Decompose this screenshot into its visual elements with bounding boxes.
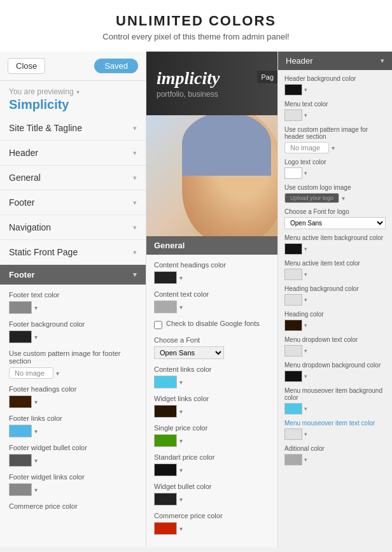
color-arrow-icon[interactable]: ▾ xyxy=(34,334,38,341)
footer-headings-color-option: Footer headings color ▾ xyxy=(9,385,137,408)
sidebar-item-header[interactable]: Header ▾ xyxy=(0,141,146,166)
google-fonts-option: Check to disable Google fonts xyxy=(154,320,270,330)
rp-arrow-icon[interactable]: ▾ xyxy=(304,246,307,252)
content-text-swatch[interactable] xyxy=(154,301,177,313)
footer-pattern-select[interactable]: No image xyxy=(9,367,53,379)
color-arrow-icon[interactable]: ▾ xyxy=(34,304,38,311)
rp-heading-color-swatch[interactable] xyxy=(284,320,302,331)
sidebar-item-footer[interactable]: Footer ▾ xyxy=(0,190,146,215)
rp-arrow-icon[interactable]: ▾ xyxy=(304,431,307,437)
sidebar-item-navigation[interactable]: Navigation ▾ xyxy=(0,215,146,240)
footer-panel-header[interactable]: Footer ▾ xyxy=(0,265,146,285)
rp-logo-text-swatch[interactable] xyxy=(284,167,302,179)
footer-panel-content: Footer text color ▾ Footer background co… xyxy=(0,285,146,523)
rp-menu-active-text-swatch[interactable] xyxy=(284,269,302,280)
sidebar-item-static-front-page[interactable]: Static Front Page ▾ xyxy=(0,240,146,265)
rp-arrow-icon[interactable]: ▾ xyxy=(304,271,307,278)
rp-arrow-icon[interactable]: ▾ xyxy=(304,297,307,303)
rp-header-pattern-select[interactable]: No image xyxy=(284,142,329,153)
rp-arrow-icon[interactable]: ▾ xyxy=(304,348,307,354)
footer-widget-links-color-swatch[interactable] xyxy=(9,483,32,496)
color-arrow-icon[interactable]: ▾ xyxy=(34,428,38,435)
close-button[interactable]: Close xyxy=(8,58,45,74)
preview-area: implicity portfolio, business Pag Genera… xyxy=(146,52,277,548)
standart-price-label: Standart price color xyxy=(154,453,270,461)
color-arrow-icon[interactable]: ▾ xyxy=(179,525,183,532)
rp-dropdown-text-swatch[interactable] xyxy=(284,345,302,357)
chevron-icon: ▾ xyxy=(133,149,137,157)
saved-button[interactable]: Saved xyxy=(94,59,138,73)
content-text-option: Content text color ▾ xyxy=(154,290,270,313)
google-fonts-label: Check to disable Google fonts xyxy=(166,320,260,327)
content-headings-swatch[interactable] xyxy=(154,271,177,284)
previewing-arrow: ▾ xyxy=(76,88,80,96)
rp-menu-active-bg-option: Menu active item background color ▾ xyxy=(284,234,386,255)
rp-mouseover-bg-swatch[interactable] xyxy=(284,403,302,414)
rp-font-logo-select[interactable]: Open Sans xyxy=(284,217,386,229)
right-panel-header[interactable]: Header ▾ xyxy=(278,52,392,70)
rp-arrow-icon[interactable]: ▾ xyxy=(304,322,307,329)
footer-text-color-swatch[interactable] xyxy=(9,301,32,314)
footer-text-color-label: Footer text color xyxy=(9,291,137,299)
footer-links-color-row: ▾ xyxy=(9,425,137,437)
rp-arrow-icon[interactable]: ▾ xyxy=(304,87,307,93)
color-arrow-icon[interactable]: ▾ xyxy=(179,304,183,311)
color-arrow-icon[interactable]: ▾ xyxy=(179,467,183,474)
sidebar-commerce-price-option: Commerce price color xyxy=(9,502,137,510)
rp-arrow-icon[interactable]: ▾ xyxy=(304,112,307,118)
widget-bullet-swatch[interactable] xyxy=(154,493,177,506)
rp-additional-color-swatch[interactable] xyxy=(284,454,302,465)
footer-panel: Footer ▾ Footer text color ▾ Footer back… xyxy=(0,265,146,523)
color-arrow-icon[interactable]: ▾ xyxy=(34,486,38,493)
sidebar-item-general[interactable]: General ▾ xyxy=(0,166,146,190)
color-arrow-icon[interactable]: ▾ xyxy=(34,399,38,406)
color-arrow-icon[interactable]: ▾ xyxy=(179,274,183,281)
select-arrow-icon[interactable]: ▾ xyxy=(332,145,335,152)
rp-mouseover-text-option: Menu mouseover item text color ▾ xyxy=(284,420,386,440)
footer-widget-bullet-color-swatch[interactable] xyxy=(9,454,32,467)
rp-menu-text-swatch[interactable] xyxy=(284,110,302,121)
rp-logo-image-select[interactable]: Upload your logo xyxy=(284,193,339,203)
footer-bg-color-swatch[interactable] xyxy=(9,330,32,343)
rp-arrow-icon[interactable]: ▾ xyxy=(304,373,307,379)
rp-menu-text-option: Menu text color ▾ xyxy=(284,101,386,121)
rp-font-logo-option: Choose a Font for logo Open Sans xyxy=(284,208,386,229)
color-arrow-icon[interactable]: ▾ xyxy=(179,437,183,444)
rp-logo-image-label: Use custom logo image xyxy=(284,184,386,191)
select-arrow-icon[interactable]: ▾ xyxy=(56,370,59,377)
google-fonts-checkbox[interactable] xyxy=(154,321,162,329)
single-price-swatch[interactable] xyxy=(154,434,177,447)
rp-header-bg-swatch[interactable] xyxy=(284,84,302,96)
sidebar-item-site-title-tagline[interactable]: Site Title & Tagline ▾ xyxy=(0,116,146,141)
footer-text-color-row: ▾ xyxy=(9,301,137,314)
widget-bullet-option: Widget bullet color ▾ xyxy=(154,483,270,506)
content-links-swatch[interactable] xyxy=(154,376,177,388)
preview-header: implicity portfolio, business Pag xyxy=(146,52,277,115)
color-arrow-icon[interactable]: ▾ xyxy=(179,408,183,415)
footer-links-color-swatch[interactable] xyxy=(9,425,32,437)
rp-mouseover-text-swatch[interactable] xyxy=(284,428,302,440)
choose-font-select[interactable]: Open Sans xyxy=(154,346,224,359)
commerce-price-swatch[interactable] xyxy=(154,522,177,535)
footer-bg-color-label: Footer background color xyxy=(9,320,137,328)
preview-image xyxy=(146,115,277,236)
chevron-icon: ▾ xyxy=(133,271,137,279)
footer-widget-links-color-label: Footer widget links color xyxy=(9,473,137,481)
color-arrow-icon[interactable]: ▾ xyxy=(179,496,183,503)
widget-links-swatch[interactable] xyxy=(154,405,177,418)
rp-heading-bg-swatch[interactable] xyxy=(284,294,302,306)
select-arrow-icon[interactable]: ▾ xyxy=(342,195,345,202)
rp-menu-active-bg-swatch[interactable] xyxy=(284,243,302,255)
standart-price-swatch[interactable] xyxy=(154,464,177,476)
rp-menu-text-label: Menu text color xyxy=(284,101,386,108)
top-banner: UNLIMITED COLORS Control every pixel of … xyxy=(0,0,392,52)
rp-arrow-icon[interactable]: ▾ xyxy=(304,406,307,412)
rp-arrow-icon[interactable]: ▾ xyxy=(304,170,307,176)
rp-dropdown-bg-swatch[interactable] xyxy=(284,371,302,382)
commerce-price-label: Commerce price color xyxy=(154,512,270,520)
color-arrow-icon[interactable]: ▾ xyxy=(179,379,183,386)
color-arrow-icon[interactable]: ▾ xyxy=(34,457,38,464)
banner-title: UNLIMITED COLORS xyxy=(6,13,386,29)
footer-headings-color-swatch[interactable] xyxy=(9,395,32,408)
rp-arrow-icon[interactable]: ▾ xyxy=(304,456,307,463)
